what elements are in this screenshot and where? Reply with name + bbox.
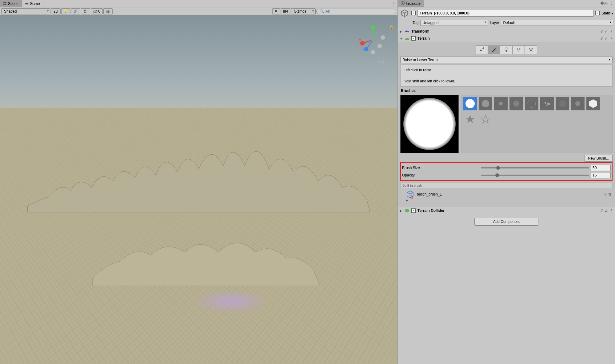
orientation-gizmo[interactable]: y x z <box>357 25 388 55</box>
kebab-icon[interactable]: ⋮ <box>609 29 613 34</box>
tool-create-neighbor[interactable] <box>476 46 488 54</box>
brush-asset-row[interactable]: {} builtin_brush_1 ? ✿ <box>400 188 613 199</box>
terrain-title: Terrain <box>417 36 599 41</box>
help-icon[interactable]: ? <box>601 208 603 213</box>
tool-paint-terrain[interactable] <box>488 46 500 54</box>
info-icon <box>401 1 405 6</box>
opacity-label: Opacity <box>402 173 479 177</box>
tool-paint-trees[interactable] <box>500 46 513 54</box>
audio-toggle-icon[interactable]: 🔊 <box>71 8 80 14</box>
tab-game[interactable]: Game <box>22 0 43 7</box>
scene-viewport[interactable]: 🔒 y x z ◂ <box>0 15 397 364</box>
static-checkbox[interactable]: ✓ <box>595 11 600 15</box>
terrain-header[interactable]: ▼ ✓ Terrain ? ⇄ ⋮ <box>398 35 615 42</box>
brush-thumb-star-empty[interactable] <box>479 112 492 126</box>
terrain-enable-checkbox[interactable]: ✓ <box>411 36 416 41</box>
brush-thumb-3[interactable] <box>494 97 508 110</box>
help-icon[interactable]: ? <box>604 192 606 196</box>
object-cube-icon[interactable] <box>400 8 409 18</box>
brush-thumb-7[interactable] <box>556 97 569 110</box>
tag-layer-row: Tag Untagged Layer Default <box>398 19 615 28</box>
brush-thumb-5[interactable] <box>525 97 538 110</box>
opacity-field[interactable]: 15 <box>591 172 611 178</box>
tool-settings[interactable] <box>525 46 537 54</box>
svg-point-17 <box>371 50 375 54</box>
opacity-thumb[interactable] <box>495 173 499 177</box>
tab-kebab-icon[interactable]: ⋮ <box>389 2 397 6</box>
panel-lock-icon[interactable]: �파 <box>600 1 608 6</box>
svg-point-29 <box>482 100 489 107</box>
svg-point-26 <box>518 50 519 51</box>
new-brush-button[interactable]: New Brush... <box>585 155 613 162</box>
brush-thumb-4[interactable] <box>509 97 523 110</box>
panel-kebab-icon[interactable]: ⋮ <box>609 1 613 6</box>
layer-dropdown[interactable]: Default <box>501 20 613 26</box>
gizmos-dropdown[interactable]: Gizmos <box>291 8 316 14</box>
static-text: Static <box>601 11 611 15</box>
persp-label[interactable]: ◂ Persp <box>373 60 385 64</box>
preset-icon[interactable]: ⇄ <box>605 29 608 34</box>
tool-paint-details[interactable] <box>513 46 525 54</box>
svg-point-37 <box>575 101 580 106</box>
add-component-button[interactable]: Add Component <box>474 218 539 226</box>
fx-dropdown-icon[interactable] <box>81 8 90 14</box>
static-dropdown[interactable]: Static <box>601 11 613 15</box>
lock-icon[interactable]: 🔒 <box>389 25 394 29</box>
layer-label: Layer <box>490 21 499 25</box>
gear-icon[interactable]: ✿ <box>608 192 611 196</box>
brush-thumb-6[interactable] <box>540 97 554 110</box>
fold-icon[interactable]: ▶ <box>400 30 403 33</box>
collider-title: Terrain Collider <box>417 208 599 213</box>
kebab-icon[interactable]: ⋮ <box>609 36 613 41</box>
svg-point-27 <box>530 49 532 51</box>
brush-thumb-2[interactable] <box>479 97 492 110</box>
hint-line-2: Hold shift and left click to lower. <box>404 78 609 84</box>
transform-header[interactable]: ▶ Transform ? ⇄ ⋮ <box>398 28 615 35</box>
object-header: ✓ Terrain_(-1000.0, 0.0, 1000.0) ✓ Stati… <box>398 7 615 19</box>
hint-line-1: Left click to raise. <box>404 67 609 73</box>
tab-scene-label: Scene <box>8 2 18 6</box>
brush-thumb-8[interactable] <box>571 97 585 110</box>
2d-toggle[interactable]: 2D <box>51 8 61 14</box>
lighting-toggle-icon[interactable]: 💡 <box>61 8 70 14</box>
shading-dropdown[interactable]: Shaded <box>1 8 50 14</box>
hidden-count: 0 <box>98 9 100 14</box>
inspector-title: Inspector <box>406 2 421 6</box>
terrain-collider-header[interactable]: ▶ ✓ Terrain Collider ? ⇄ ⋮ <box>398 207 615 214</box>
opacity-slider[interactable] <box>481 175 589 176</box>
svg-rect-20 <box>402 3 403 4</box>
terrain-mode-dropdown[interactable]: Raise or Lower Terrain <box>400 57 613 63</box>
fold-icon[interactable]: ▼ <box>400 37 403 40</box>
terrain-mountains <box>15 120 382 218</box>
gizmo-x-label: x <box>359 38 361 42</box>
tab-scene[interactable]: Scene <box>0 0 22 7</box>
brush-asset-name: builtin_brush_1 <box>417 192 442 196</box>
transform-title: Transform <box>411 29 599 34</box>
brush-thumb-1[interactable] <box>463 97 477 110</box>
kebab-icon[interactable]: ⋮ <box>609 208 613 213</box>
object-name-field[interactable]: Terrain_(-1000.0, 0.0, 1000.0) <box>417 10 593 17</box>
tag-dropdown[interactable]: Untagged <box>420 20 488 26</box>
brush-size-field[interactable]: 50 <box>591 165 611 171</box>
tab-inspector[interactable]: Inspector <box>398 0 424 7</box>
grid-dropdown-icon[interactable] <box>103 8 113 14</box>
hidden-dropdown[interactable]: 0 <box>91 8 103 14</box>
fold-icon[interactable]: ▶ <box>400 209 403 212</box>
help-icon[interactable]: ? <box>601 29 603 34</box>
2d-label: 2D <box>54 9 58 14</box>
brush-thumb-9[interactable] <box>586 97 600 110</box>
preset-icon[interactable]: ⇄ <box>605 36 608 41</box>
brush-asset-fold[interactable]: ▶ <box>400 199 613 204</box>
brush-asset-icon: {} <box>406 190 414 199</box>
highlighted-sliders: Brush Size 50 Opacity 15 <box>400 162 613 181</box>
tools-icon[interactable]: ✕ <box>272 8 280 14</box>
help-icon[interactable]: ? <box>601 36 603 41</box>
object-active-checkbox[interactable]: ✓ <box>411 11 416 15</box>
brush-size-slider[interactable] <box>481 167 589 168</box>
brush-size-thumb[interactable] <box>496 166 500 170</box>
preset-icon[interactable]: ⇄ <box>605 208 608 213</box>
brush-thumb-star-fav[interactable] <box>463 112 477 126</box>
camera-dropdown-icon[interactable] <box>281 8 290 14</box>
scene-search-input[interactable]: 🔍 All <box>316 9 396 14</box>
collider-enable-checkbox[interactable]: ✓ <box>411 208 416 213</box>
